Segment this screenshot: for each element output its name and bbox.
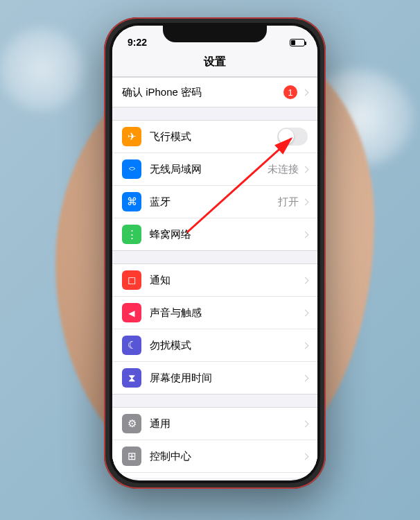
background-blur xyxy=(0,28,83,111)
chevron-right-icon xyxy=(302,277,309,284)
cellular-icon: ⋮ xyxy=(122,225,141,244)
row-label: 控制中心 xyxy=(150,450,303,463)
sounds-icon: ◄ xyxy=(122,303,141,322)
row-label: 无线局域网 xyxy=(150,163,268,176)
device-screen: 9:22 设置 确认 iPhone 密码1✈飞行模式⌔无线局域网未连接⌘蓝牙打开… xyxy=(112,26,317,480)
row-label: 蓝牙 xyxy=(150,196,278,209)
status-time: 9:22 xyxy=(128,37,147,48)
chevron-right-icon xyxy=(302,198,309,205)
notification-badge: 1 xyxy=(283,85,297,99)
dnd-icon: ☾ xyxy=(122,336,141,355)
settings-row-screentime[interactable]: ⧗屏幕使用时间 xyxy=(112,362,317,394)
row-label: 勿扰模式 xyxy=(150,339,303,352)
settings-row-confirm[interactable]: 确认 iPhone 密码1 xyxy=(112,78,317,107)
screentime-icon: ⧗ xyxy=(122,368,141,388)
general-icon: ⚙ xyxy=(122,414,141,433)
device-notch xyxy=(163,23,267,42)
settings-row-dnd[interactable]: ☾勿扰模式 xyxy=(112,329,317,362)
row-label: 飞行模式 xyxy=(150,130,277,144)
settings-row-airplane[interactable]: ✈飞行模式 xyxy=(112,121,317,153)
chevron-right-icon xyxy=(302,420,309,427)
row-label: 通知 xyxy=(150,274,303,287)
row-value: 未连接 xyxy=(268,163,299,176)
settings-group: 确认 iPhone 密码1 xyxy=(112,77,317,107)
chevron-right-icon xyxy=(302,309,309,316)
chevron-right-icon xyxy=(302,342,309,349)
airplane-switch[interactable] xyxy=(277,128,308,146)
row-label: 声音与触感 xyxy=(150,306,303,320)
chevron-right-icon xyxy=(302,453,309,460)
settings-row-display[interactable]: A显示与亮度 xyxy=(112,473,317,478)
chevron-right-icon xyxy=(302,231,309,238)
settings-row-sounds[interactable]: ◄声音与触感 xyxy=(112,297,317,329)
settings-row-cellular[interactable]: ⋮蜂窝网络 xyxy=(112,218,317,250)
settings-row-control[interactable]: ⊞控制中心 xyxy=(112,440,317,473)
notifications-icon: ◻ xyxy=(122,270,141,290)
settings-group: ✈飞行模式⌔无线局域网未连接⌘蓝牙打开⋮蜂窝网络 xyxy=(112,120,317,251)
settings-row-bluetooth[interactable]: ⌘蓝牙打开 xyxy=(112,186,317,218)
settings-row-general[interactable]: ⚙通用 xyxy=(112,408,317,440)
row-label: 屏幕使用时间 xyxy=(150,372,303,385)
chevron-right-icon xyxy=(302,166,309,173)
wifi-icon: ⌔ xyxy=(122,159,141,179)
settings-group: ⚙通用⊞控制中心A显示与亮度⊙辅助功能❀墙纸◉Siri 与搜索☺面容 ID 与密… xyxy=(112,407,317,478)
row-label: 通用 xyxy=(150,417,303,431)
airplane-icon: ✈ xyxy=(122,127,141,146)
chevron-right-icon xyxy=(302,374,309,381)
control-center-icon: ⊞ xyxy=(122,447,141,466)
settings-row-notifications[interactable]: ◻通知 xyxy=(112,264,317,297)
settings-group: ◻通知◄声音与触感☾勿扰模式⧗屏幕使用时间 xyxy=(112,263,317,395)
row-label: 蜂窝网络 xyxy=(150,228,303,241)
chevron-right-icon xyxy=(302,89,309,96)
settings-list[interactable]: 确认 iPhone 密码1✈飞行模式⌔无线局域网未连接⌘蓝牙打开⋮蜂窝网络◻通知… xyxy=(112,77,317,478)
bluetooth-icon: ⌘ xyxy=(122,192,141,211)
settings-row-wifi[interactable]: ⌔无线局域网未连接 xyxy=(112,153,317,186)
page-title: 设置 xyxy=(112,52,317,77)
iphone-device-frame: 9:22 设置 确认 iPhone 密码1✈飞行模式⌔无线局域网未连接⌘蓝牙打开… xyxy=(104,17,326,489)
battery-icon xyxy=(290,39,305,46)
row-label: 确认 iPhone 密码 xyxy=(122,86,283,99)
row-value: 打开 xyxy=(278,196,299,209)
